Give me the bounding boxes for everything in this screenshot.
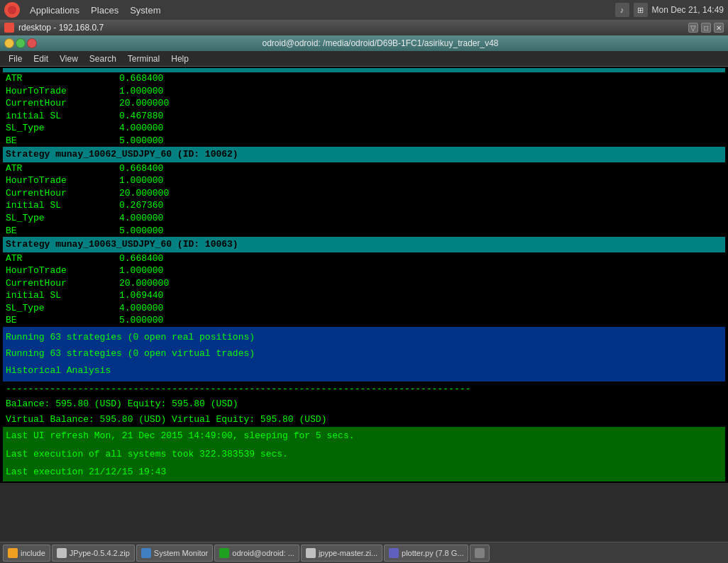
terminal-menu[interactable]: Terminal bbox=[122, 52, 165, 65]
places-menu[interactable]: Places bbox=[85, 4, 124, 17]
taskbar-screen[interactable] bbox=[470, 545, 490, 562]
monitor-icon bbox=[141, 548, 151, 558]
rdesktop-title: rdesktop - 192.168.0.7 bbox=[18, 23, 104, 33]
list-item: BE5.000000 bbox=[3, 314, 725, 327]
rdesktop-maximize[interactable]: □ bbox=[701, 23, 711, 33]
list-item: SL_Type4.000000 bbox=[3, 122, 725, 135]
strategy-header-10062: Strategy munay_10062_USDJPY_60 (ID: 1006… bbox=[3, 147, 725, 162]
terminal-menu-bar: File Edit View Search Terminal Help bbox=[0, 51, 728, 67]
rdesktop-minimize[interactable]: ▽ bbox=[688, 23, 698, 33]
list-item: BE5.000000 bbox=[3, 225, 725, 238]
taskbar-jpype-zip[interactable]: JPype-0.5.4.2.zip bbox=[52, 545, 135, 562]
edit-menu[interactable]: Edit bbox=[28, 52, 54, 65]
taskbar-jpype-master-label: jpype-master.zi... bbox=[319, 549, 377, 557]
rdesktop-title-bar: rdesktop - 192.168.0.7 ▽ □ ✕ bbox=[0, 20, 728, 35]
svg-point-0 bbox=[8, 6, 16, 14]
taskbar-jpype-master[interactable]: jpype-master.zi... bbox=[301, 545, 382, 562]
panel-right: ♪ ⊞ Mon Dec 21, 14:49 bbox=[615, 3, 724, 17]
separator: ----------------------------------------… bbox=[3, 381, 725, 397]
list-item: ATR0.668400 bbox=[3, 252, 725, 265]
terminal-minimize[interactable] bbox=[4, 38, 14, 48]
balance-row: Balance: 595.80 (USD) Equity: 595.80 (US… bbox=[3, 396, 725, 412]
terminal-close[interactable] bbox=[27, 38, 37, 48]
python-icon bbox=[389, 548, 399, 558]
strategy-header-10063: Strategy munay_10063_USDJPY_60 (ID: 1006… bbox=[3, 237, 725, 252]
list-item: CurrentHour20.000000 bbox=[3, 97, 725, 110]
archive2-icon bbox=[306, 548, 316, 558]
list-item: ATR0.668400 bbox=[3, 72, 725, 85]
taskbar-odroid-label: odroid@odroid: ... bbox=[232, 549, 294, 557]
terminal-content[interactable]: ATR0.668400 HourToTrade1.000000 CurrentH… bbox=[0, 67, 728, 483]
taskbar-sysmon-label: System Monitor bbox=[154, 549, 208, 557]
network-icon[interactable]: ⊞ bbox=[634, 3, 648, 17]
gnome-panel: Applications Places System ♪ ⊞ Mon Dec 2… bbox=[0, 0, 728, 20]
folder-icon bbox=[8, 548, 18, 558]
taskbar-include-label: include bbox=[21, 549, 45, 557]
view-menu[interactable]: View bbox=[54, 52, 84, 65]
archive-icon bbox=[57, 548, 67, 558]
running-real-status: Running 63 strategies (0 open real posit… bbox=[3, 327, 725, 381]
list-item: CurrentHour20.000000 bbox=[3, 277, 725, 290]
list-item: HourToTrade1.000000 bbox=[3, 174, 725, 187]
screen-icon bbox=[475, 548, 485, 558]
virtual-balance-row: Virtual Balance: 595.80 (USD) Virtual Eq… bbox=[3, 412, 725, 428]
list-item: HourToTrade1.000000 bbox=[3, 85, 725, 98]
list-item: CurrentHour20.000000 bbox=[3, 187, 725, 200]
list-item: SL_Type4.000000 bbox=[3, 302, 725, 315]
search-menu[interactable]: Search bbox=[84, 52, 122, 65]
list-item: HourToTrade1.000000 bbox=[3, 264, 725, 277]
list-item: initial SL0.467880 bbox=[3, 110, 725, 123]
taskbar-odroid-term[interactable]: odroid@odroid: ... bbox=[214, 545, 299, 562]
list-item: initial SL1.069440 bbox=[3, 289, 725, 302]
list-item: ATR0.668400 bbox=[3, 162, 725, 175]
help-menu[interactable]: Help bbox=[165, 52, 194, 65]
datetime: Mon Dec 21, 14:49 bbox=[652, 5, 724, 15]
refresh-status: Last UI refresh Mon, 21 Dec 2015 14:49:0… bbox=[3, 427, 725, 481]
list-item: initial SL0.267360 bbox=[3, 199, 725, 212]
file-menu[interactable]: File bbox=[3, 52, 28, 65]
rdesktop-close[interactable]: ✕ bbox=[714, 23, 724, 33]
taskbar-plotter-label: plotter.py (7.8 G... bbox=[402, 549, 463, 557]
taskbar-jpype-label: JPype-0.5.4.2.zip bbox=[70, 549, 130, 557]
rdesktop-icon bbox=[4, 23, 14, 33]
taskbar: include JPype-0.5.4.2.zip System Monitor… bbox=[0, 542, 728, 563]
taskbar-plotter[interactable]: plotter.py (7.8 G... bbox=[384, 545, 468, 562]
sound-icon[interactable]: ♪ bbox=[615, 3, 629, 17]
terminal-title-bar: odroid@odroid: /media/odroid/D69B-1FC1/a… bbox=[0, 35, 728, 51]
terminal-maximize[interactable] bbox=[16, 38, 26, 48]
taskbar-sysmon[interactable]: System Monitor bbox=[136, 545, 213, 562]
list-item: SL_Type4.000000 bbox=[3, 212, 725, 225]
system-menu[interactable]: System bbox=[124, 4, 166, 17]
terminal-icon bbox=[219, 548, 229, 558]
terminal-title: odroid@odroid: /media/odroid/D69B-1FC1/a… bbox=[37, 38, 724, 48]
terminal-window: odroid@odroid: /media/odroid/D69B-1FC1/a… bbox=[0, 35, 728, 483]
gnome-logo bbox=[4, 2, 20, 18]
applications-menu[interactable]: Applications bbox=[24, 4, 85, 17]
taskbar-include[interactable]: include bbox=[3, 545, 50, 562]
list-item: BE5.000000 bbox=[3, 135, 725, 147]
